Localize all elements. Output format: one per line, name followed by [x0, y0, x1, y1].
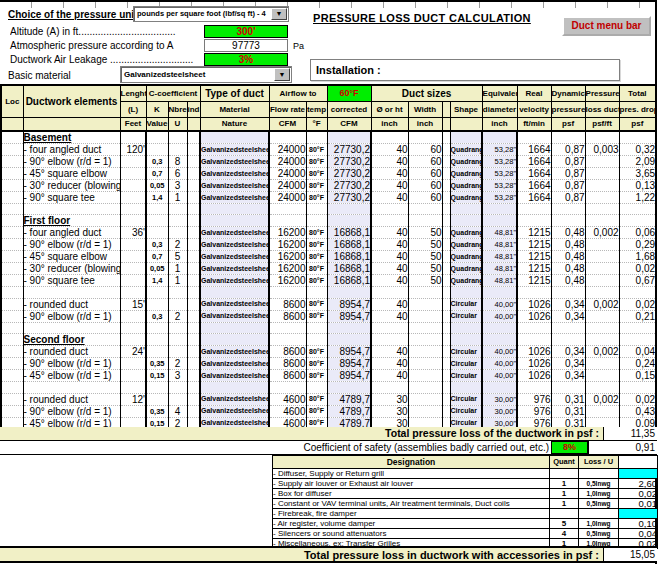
cell-number[interactable]: 4 [168, 405, 187, 417]
cell-accessory-value[interactable] [619, 509, 658, 519]
cell-material[interactable]: Galvanizedsteelsheet [200, 405, 269, 417]
cell-equivalent-diameter[interactable] [482, 322, 517, 333]
cell-pressure-loss[interactable] [585, 168, 619, 180]
atmospheric-value[interactable]: 97773 [204, 39, 288, 52]
cell-real-velocity[interactable]: 1026 [517, 310, 551, 322]
cell-diameter-or-height[interactable]: 30 [371, 393, 408, 405]
cell-loc[interactable] [1, 382, 23, 393]
cell-equivalent-diameter[interactable]: 40,00" [482, 346, 517, 358]
cell-temp[interactable]: 80°F [306, 168, 327, 180]
cell-material[interactable]: Galvanizedsteelsheet [200, 251, 269, 263]
cell-real-velocity[interactable]: 1664 [517, 144, 551, 156]
cell-length[interactable]: 12' [120, 393, 146, 405]
cell-pressure-loss[interactable]: 0,002 [585, 227, 619, 239]
cell-number[interactable] [168, 382, 187, 393]
cell-pressure-loss[interactable]: 0,002 [585, 346, 619, 358]
cell-real-velocity[interactable]: 1026 [517, 346, 551, 358]
cell-total-drop[interactable] [619, 287, 656, 298]
cell-k-coefficient[interactable] [146, 131, 168, 144]
cell-length[interactable] [120, 263, 146, 275]
cell-element[interactable]: - rounded duct [23, 298, 120, 310]
cell-number[interactable]: 1 [168, 263, 187, 275]
cell-length[interactable] [120, 405, 146, 417]
cell-width[interactable] [408, 346, 442, 358]
cell-accessory-designation[interactable]: - Box for diffuser [273, 489, 550, 499]
cell-material[interactable] [200, 382, 269, 393]
cell-shape[interactable]: Quadrangular [450, 144, 482, 156]
cell-material[interactable] [200, 131, 269, 144]
cell-k-coefficient[interactable]: 1,4 [146, 275, 168, 287]
cell-length[interactable] [120, 275, 146, 287]
cell-corrected-flow[interactable]: 16868,1 [327, 275, 371, 287]
cell-flow-rate[interactable]: 24000 [269, 156, 306, 168]
cell-corrected-flow[interactable]: 27730,2 [327, 192, 371, 204]
cell-ind[interactable] [187, 393, 200, 405]
cell-total-drop[interactable]: 0,15 [619, 370, 656, 382]
cell-temp[interactable] [306, 215, 327, 227]
cell-accessory-loss-per-unit[interactable]: 0,5Inwg [579, 499, 619, 509]
cell-equivalent-diameter[interactable] [482, 131, 517, 144]
cell-material[interactable]: Galvanizedsteelsheet [200, 263, 269, 275]
cell-temp[interactable]: 80°F [306, 239, 327, 251]
cell-number[interactable] [168, 131, 187, 144]
cell-dynamic-pressure[interactable] [551, 131, 585, 144]
cell-k-coefficient[interactable] [146, 322, 168, 333]
cell-loc[interactable] [1, 192, 23, 204]
cell-loc[interactable] [1, 204, 23, 215]
safety-coefficient-value[interactable]: 0,91 [588, 441, 657, 454]
cell-width[interactable] [408, 131, 442, 144]
cell-width[interactable]: 60 [408, 168, 442, 180]
cell-number[interactable]: 3 [168, 370, 187, 382]
cell-element[interactable]: Second floor [23, 334, 120, 346]
cell-loc[interactable] [1, 287, 23, 298]
cell-shape[interactable]: Quadrangular [450, 168, 482, 180]
cell-element[interactable]: - rounded duct [23, 393, 120, 405]
cell-k-coefficient[interactable]: 0,3 [146, 239, 168, 251]
cell-dynamic-pressure[interactable]: 0,87 [551, 180, 585, 192]
cell-equivalent-diameter[interactable]: 53,28" [482, 144, 517, 156]
cell-material[interactable]: Galvanizedsteelsheet [200, 156, 269, 168]
cell-width[interactable] [408, 204, 442, 215]
cell-dynamic-pressure[interactable] [551, 215, 585, 227]
cell-equivalent-diameter[interactable]: 48,81" [482, 239, 517, 251]
cell-material[interactable] [200, 322, 269, 333]
cell-corrected-flow[interactable]: 27730,2 [327, 156, 371, 168]
cell-accessory-loss-per-unit[interactable]: 1,0Inwg [579, 489, 619, 499]
cell-loc[interactable] [1, 405, 23, 417]
cell-diameter-or-height[interactable] [371, 382, 408, 393]
cell-width[interactable] [408, 334, 442, 346]
pressure-unit-dropdown[interactable]: pounds per square foot (lbf/sq ft) - 4 ▼ [133, 6, 289, 22]
cell-flow-rate[interactable] [269, 334, 306, 346]
cell-total-drop[interactable]: 0,02 [619, 263, 656, 275]
cell-material[interactable]: Galvanizedsteelsheet [200, 298, 269, 310]
cell-element[interactable]: - rounded duct [23, 346, 120, 358]
cell-k-coefficient[interactable] [146, 204, 168, 215]
cell-ind[interactable] [187, 382, 200, 393]
cell-loc[interactable] [1, 215, 23, 227]
cell-accessory-loss-per-unit[interactable] [579, 469, 619, 479]
cell-pressure-loss[interactable] [585, 370, 619, 382]
cell-ind[interactable] [187, 168, 200, 180]
cell-gap[interactable] [442, 275, 450, 287]
cell-corrected-flow[interactable]: 8954,7 [327, 346, 371, 358]
cell-real-velocity[interactable]: 1215 [517, 227, 551, 239]
cell-real-velocity[interactable]: 1026 [517, 358, 551, 370]
cell-material[interactable]: Galvanizedsteelsheet [200, 393, 269, 405]
cell-diameter-or-height[interactable] [371, 322, 408, 333]
cell-equivalent-diameter[interactable] [482, 215, 517, 227]
cell-real-velocity[interactable]: 1215 [517, 251, 551, 263]
cell-real-velocity[interactable]: 1664 [517, 180, 551, 192]
cell-pressure-loss[interactable] [585, 251, 619, 263]
cell-corrected-flow[interactable]: 16868,1 [327, 227, 371, 239]
cell-diameter-or-height[interactable]: 40 [371, 227, 408, 239]
cell-pressure-loss[interactable] [585, 334, 619, 346]
cell-width[interactable] [408, 287, 442, 298]
cell-element[interactable]: - 90° elbow (r/d = 1) [23, 405, 120, 417]
cell-real-velocity[interactable] [517, 322, 551, 333]
cell-gap[interactable] [442, 239, 450, 251]
cell-loc[interactable] [1, 251, 23, 263]
cell-flow-rate[interactable] [269, 204, 306, 215]
cell-diameter-or-height[interactable]: 40 [371, 251, 408, 263]
cell-gap[interactable] [442, 204, 450, 215]
cell-k-coefficient[interactable] [146, 382, 168, 393]
